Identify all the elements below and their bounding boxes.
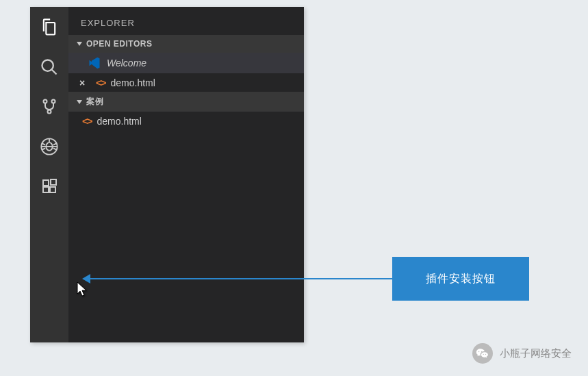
svg-rect-15 bbox=[50, 187, 55, 192]
svg-point-2 bbox=[44, 100, 47, 103]
chevron-down-icon bbox=[77, 42, 82, 46]
footer-watermark: 小瓶子网络安全 bbox=[472, 343, 572, 364]
file-label: demo.html bbox=[111, 77, 155, 88]
svg-rect-14 bbox=[43, 187, 49, 192]
svg-line-1 bbox=[52, 70, 57, 75]
svg-line-11 bbox=[53, 148, 57, 149]
open-editor-demo[interactable]: × <> demo.html bbox=[68, 73, 304, 92]
file-item-demo[interactable]: <> demo.html bbox=[68, 112, 304, 130]
close-icon[interactable]: × bbox=[77, 77, 88, 88]
explorer-icon[interactable] bbox=[38, 16, 60, 38]
editor-window: EXPLORER OPEN EDITORS Welcome × <> demo.… bbox=[30, 7, 304, 342]
source-control-icon[interactable] bbox=[38, 96, 60, 118]
debug-icon[interactable] bbox=[38, 136, 60, 158]
open-editors-label: OPEN EDITORS bbox=[86, 39, 152, 49]
explorer-sidebar: EXPLORER OPEN EDITORS Welcome × <> demo.… bbox=[68, 7, 304, 342]
svg-rect-13 bbox=[43, 180, 49, 186]
folder-header[interactable]: 案例 bbox=[68, 92, 304, 112]
footer-label: 小瓶子网络安全 bbox=[500, 347, 572, 360]
html-file-icon: <> bbox=[96, 77, 105, 88]
callout-arrow-icon bbox=[82, 274, 90, 284]
open-editor-welcome[interactable]: Welcome bbox=[68, 53, 304, 73]
open-editors-header[interactable]: OPEN EDITORS bbox=[68, 35, 304, 53]
file-label: Welcome bbox=[107, 58, 146, 68]
chevron-down-icon bbox=[77, 100, 82, 104]
folder-label: 案例 bbox=[86, 96, 103, 108]
svg-line-9 bbox=[53, 143, 57, 145]
svg-rect-16 bbox=[51, 179, 56, 185]
vscode-logo-icon bbox=[88, 56, 101, 70]
callout-box: 插件安装按钮 bbox=[392, 257, 529, 301]
search-icon[interactable] bbox=[38, 56, 60, 78]
activity-bar bbox=[30, 7, 68, 342]
svg-point-4 bbox=[48, 110, 51, 114]
callout-label: 插件安装按钮 bbox=[426, 272, 496, 286]
file-label: demo.html bbox=[97, 116, 142, 127]
svg-line-10 bbox=[42, 148, 46, 149]
wechat-icon bbox=[472, 343, 493, 364]
svg-point-3 bbox=[52, 100, 55, 103]
svg-point-0 bbox=[42, 60, 53, 71]
html-file-icon: <> bbox=[82, 115, 92, 127]
svg-line-8 bbox=[42, 143, 46, 145]
sidebar-title: EXPLORER bbox=[68, 7, 304, 35]
extensions-icon[interactable] bbox=[38, 175, 60, 197]
callout-line bbox=[89, 278, 392, 279]
